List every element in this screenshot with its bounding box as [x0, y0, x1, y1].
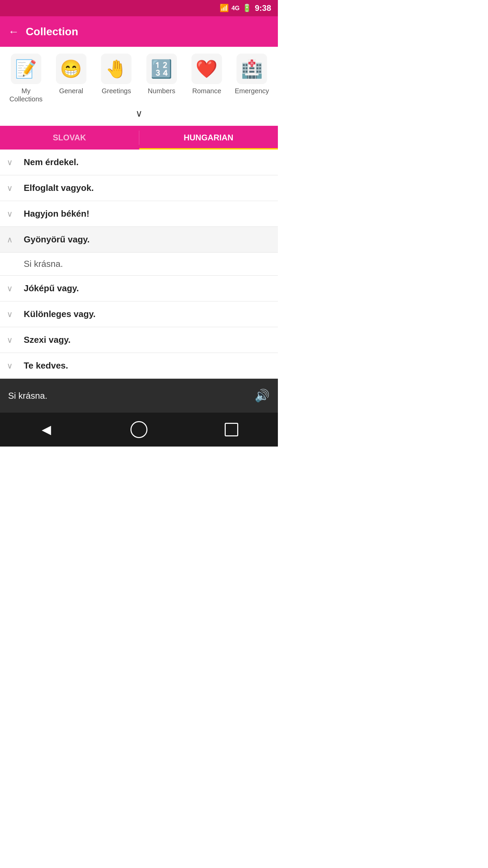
category-greetings[interactable]: 🤚 Greetings — [96, 54, 137, 103]
phrase-text: Te kedves. — [24, 360, 68, 371]
bottom-playbar: Si krásna. 🔊 — [0, 379, 278, 413]
category-my-collections[interactable]: 📝 My Collections — [6, 54, 46, 103]
header-title: Collection — [26, 25, 78, 38]
category-icon-romance: ❤️ — [191, 54, 222, 84]
status-icons: 📶 4G 🔋 — [220, 4, 251, 13]
category-icon-my-collections: 📝 — [11, 54, 41, 84]
chevron-down-icon: ∨ — [7, 209, 17, 219]
nav-back-button[interactable]: ◀ — [36, 419, 57, 440]
phrase-text: Nem érdekel. — [24, 157, 79, 167]
nav-recents-button[interactable] — [221, 419, 242, 440]
category-icon-general: 😁 — [56, 54, 86, 84]
category-icon-numbers: 🔢 — [146, 54, 177, 84]
playbar-text: Si krásna. — [8, 391, 47, 401]
phrase-row[interactable]: ∨ Nem érdekel. — [0, 150, 278, 175]
phrase-row[interactable]: ∨ Te kedves. — [0, 353, 278, 379]
chevron-down-icon: ∨ — [7, 335, 17, 345]
translation-row: Si krásna. — [0, 253, 278, 276]
nav-bar: ◀ — [0, 413, 278, 447]
recents-square-icon — [225, 423, 238, 436]
speaker-button[interactable]: 🔊 — [255, 389, 270, 403]
phrase-text: Hagyjon békén! — [24, 209, 89, 219]
home-circle-icon — [130, 421, 147, 438]
category-label-my-collections: My Collections — [6, 87, 46, 103]
phrase-row[interactable]: ∨ Jóképű vagy. — [0, 276, 278, 301]
phrase-text: Szexi vagy. — [24, 335, 70, 345]
status-time: 9:38 — [255, 3, 271, 13]
category-label-general: General — [59, 87, 83, 95]
categories-row: 📝 My Collections 😁 General 🤚 Greetings 🔢… — [3, 54, 274, 103]
phrase-text: Jóképű vagy. — [24, 283, 79, 294]
phrase-text: Különleges vagy. — [24, 309, 96, 319]
chevron-down-icon: ∨ — [7, 361, 17, 371]
category-label-emergency: Emergency — [235, 87, 269, 95]
category-numbers[interactable]: 🔢 Numbers — [141, 54, 182, 103]
category-icon-emergency: 🏥 — [237, 54, 267, 84]
category-general[interactable]: 😁 General — [51, 54, 92, 103]
category-label-numbers: Numbers — [148, 87, 175, 95]
phrase-text: Elfoglalt vagyok. — [24, 183, 94, 193]
category-label-greetings: Greetings — [102, 87, 131, 95]
tab-hungarian[interactable]: HUNGARIAN — [139, 126, 278, 150]
phrase-text: Gyönyörű vagy. — [24, 234, 90, 245]
phrase-row[interactable]: ∨ Különleges vagy. — [0, 301, 278, 327]
categories-section: 📝 My Collections 😁 General 🤚 Greetings 🔢… — [0, 47, 278, 126]
phrase-row[interactable]: ∨ Szexi vagy. — [0, 327, 278, 353]
category-label-romance: Romance — [192, 87, 221, 95]
phrase-row[interactable]: ∨ Hagyjon békén! — [0, 201, 278, 227]
category-romance[interactable]: ❤️ Romance — [186, 54, 227, 103]
battery-icon: 🔋 — [242, 4, 251, 13]
tab-slovak[interactable]: SLOVAK — [0, 126, 139, 150]
chevron-down-icon: ∨ — [7, 158, 17, 167]
app-header: ← Collection — [0, 16, 278, 47]
language-tabs: SLOVAK HUNGARIAN — [0, 126, 278, 150]
phrase-row[interactable]: ∨ Elfoglalt vagyok. — [0, 175, 278, 201]
expand-categories-button[interactable]: ∨ — [136, 108, 143, 119]
chevron-down-icon: ∨ — [7, 183, 17, 193]
phrase-list: ∨ Nem érdekel. ∨ Elfoglalt vagyok. ∨ Hag… — [0, 150, 278, 379]
category-icon-greetings: 🤚 — [101, 54, 131, 84]
status-bar: 📶 4G 🔋 9:38 — [0, 0, 278, 16]
chevron-down-icon: ∨ — [7, 284, 17, 293]
phrase-row[interactable]: ∧ Gyönyörű vagy. — [0, 227, 278, 253]
chevron-down-icon: ∨ — [7, 310, 17, 319]
network-icon: 📶 — [220, 4, 229, 13]
nav-home-button[interactable] — [129, 419, 149, 440]
network-type: 4G — [231, 5, 240, 12]
back-button[interactable]: ← — [8, 25, 19, 38]
category-emergency[interactable]: 🏥 Emergency — [231, 54, 272, 103]
chevron-up-icon: ∧ — [7, 235, 17, 244]
translation-text: Si krásna. — [24, 259, 63, 269]
